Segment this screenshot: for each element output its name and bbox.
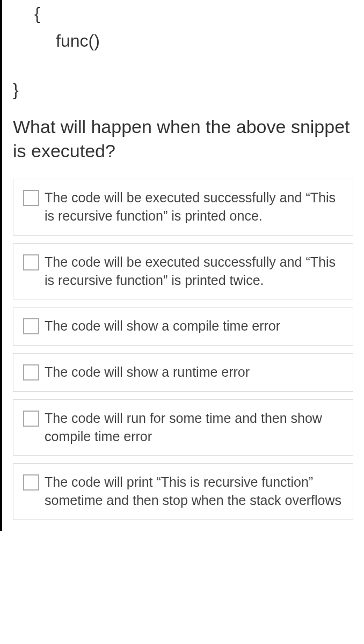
checkbox[interactable]	[23, 318, 39, 334]
checkbox[interactable]	[23, 474, 39, 491]
option-item[interactable]: The code will be executed successfully a…	[13, 179, 353, 236]
option-item[interactable]: The code will print “This is recursive f…	[13, 463, 353, 520]
checkbox[interactable]	[23, 411, 39, 427]
code-line: {	[13, 0, 353, 27]
checkbox[interactable]	[23, 254, 39, 270]
option-text: The code will print “This is recursive f…	[45, 473, 343, 510]
option-item[interactable]: The code will be executed successfully a…	[13, 243, 353, 300]
option-text: The code will show a compile time error	[45, 317, 280, 335]
checkbox[interactable]	[23, 364, 39, 380]
option-text: The code will be executed successfully a…	[45, 189, 343, 225]
options-list: The code will be executed successfully a…	[13, 179, 353, 520]
question-text: What will happen when the above snippet …	[13, 115, 353, 164]
code-line: }	[13, 76, 353, 104]
option-item[interactable]: The code will run for some time and then…	[13, 399, 353, 456]
option-text: The code will show a runtime error	[45, 363, 250, 382]
code-snippet: { func() }	[13, 0, 353, 115]
quiz-container: { func() } What will happen when the abo…	[2, 0, 364, 531]
option-text: The code will run for some time and then…	[45, 409, 343, 446]
code-line: func()	[13, 27, 353, 55]
option-text: The code will be executed successfully a…	[45, 253, 343, 290]
option-item[interactable]: The code will show a compile time error	[13, 307, 353, 346]
checkbox[interactable]	[23, 190, 39, 206]
option-item[interactable]: The code will show a runtime error	[13, 353, 353, 392]
